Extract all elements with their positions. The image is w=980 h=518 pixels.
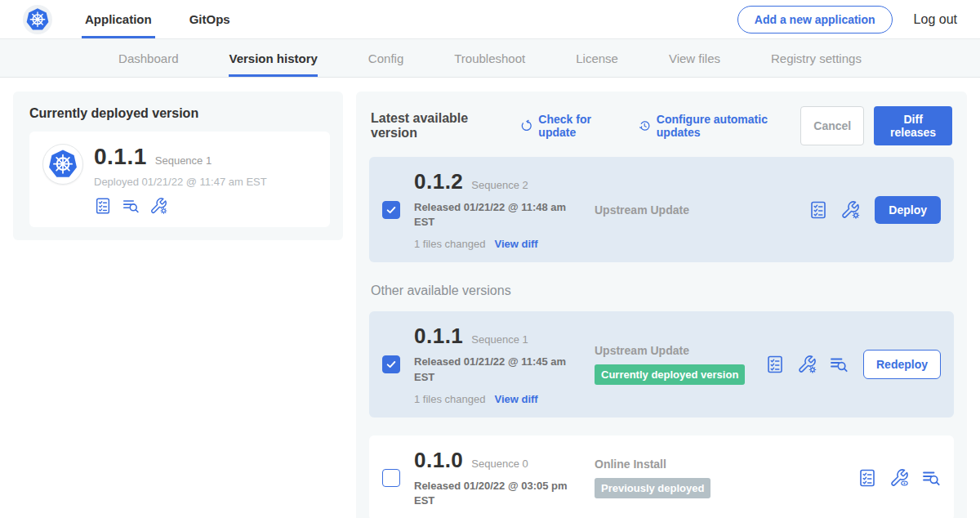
subnav-item-dashboard[interactable]: Dashboard [118,39,178,77]
version-row-0-1-0: 0.1.0 Sequence 0 Released 01/20/22 @ 03:… [369,435,954,518]
version-number: 0.1.1 [414,324,463,349]
subnav-item-registry-settings[interactable]: Registry settings [771,39,862,77]
other-versions-title: Other available versions [371,284,952,298]
version-row-0-1-1: 0.1.1 Sequence 1 Released 01/21/22 @ 11:… [369,311,954,417]
view-diff-link[interactable]: View diff [494,393,537,405]
currently-deployed-panel: Currently deployed version 0.1.1 Sequenc… [13,92,343,240]
currently-deployed-badge: Currently deployed version [595,364,745,385]
subnav-item-config[interactable]: Config [368,39,403,77]
tab-gitops-label: GitOps [189,12,230,26]
auto-update-clock-icon [638,118,651,133]
file-search-icon[interactable] [921,468,941,488]
subnav-item-troubleshoot[interactable]: Troubleshoot [454,39,525,77]
checkmark-icon [385,203,398,217]
checkmark-icon [385,358,398,371]
logout-link[interactable]: Log out [914,12,957,27]
version-source-label: Upstream Update [595,203,795,217]
config-edit-icon[interactable] [840,200,860,220]
config-edit-icon[interactable] [149,197,167,215]
release-notes-icon[interactable] [94,197,112,215]
version-checkbox[interactable] [382,355,400,373]
release-notes-icon[interactable] [858,468,877,488]
tab-application[interactable]: Application [82,0,155,38]
tab-gitops[interactable]: GitOps [186,0,234,38]
released-timestamp: Released 01/21/22 @ 11:45 am EST [414,355,581,384]
version-number: 0.1.0 [414,448,463,473]
subnav-item-license[interactable]: License [576,39,618,77]
config-view-icon[interactable] [889,468,909,488]
tab-application-label: Application [85,12,152,26]
previously-deployed-badge: Previously deployed [595,478,710,498]
version-number: 0.1.2 [414,169,463,194]
view-diff-link[interactable]: View diff [494,238,537,250]
deployed-version-card: 0.1.1 Sequence 1 Deployed 01/21/22 @ 11:… [29,132,330,227]
deployed-timestamp: Deployed 01/21/22 @ 11:47 am EST [94,176,267,188]
files-changed-label: 1 files changed [414,238,485,250]
deployed-version-number: 0.1.1 [94,144,147,170]
version-checkbox[interactable] [382,201,400,219]
deploy-button[interactable]: Deploy [875,196,941,224]
version-row-0-1-2: 0.1.2 Sequence 2 Released 01/21/22 @ 11:… [369,157,954,262]
redeploy-button[interactable]: Redeploy [863,350,941,379]
diff-releases-button[interactable]: Diff releases [874,106,952,145]
cancel-button[interactable]: Cancel [800,106,864,145]
refresh-icon [520,118,533,133]
file-search-icon[interactable] [122,197,140,215]
kubernetes-logo-icon [23,5,52,34]
version-source-label: Online Install [595,458,844,471]
add-application-button[interactable]: Add a new application [737,6,893,33]
sequence-label: Sequence 0 [471,458,528,470]
available-versions-panel: Latest available version Check for updat… [356,92,967,518]
configure-updates-label: Configure automatic updates [657,113,801,139]
sequence-label: Sequence 1 [471,333,528,346]
subnav-item-version-history[interactable]: Version history [229,39,317,77]
latest-available-title: Latest available version [371,111,506,141]
version-source-label: Upstream Update [595,344,751,357]
kubernetes-app-icon [42,144,83,185]
released-timestamp: Released 01/20/22 @ 03:05 pm EST [414,479,581,508]
file-search-icon[interactable] [829,355,849,374]
version-checkbox[interactable] [382,469,400,487]
app-subnav: Dashboard Version history Config Trouble… [0,39,980,78]
files-changed-label: 1 files changed [414,393,485,405]
subnav-item-view-files[interactable]: View files [669,39,720,77]
check-for-update-label: Check for update [538,113,623,139]
app-logo [23,0,52,38]
config-edit-icon[interactable] [797,355,817,374]
check-for-update-link[interactable]: Check for update [520,113,623,139]
top-header: Application GitOps Add a new application… [0,0,980,39]
deployed-sequence-label: Sequence 1 [155,154,212,167]
release-notes-icon[interactable] [765,355,785,374]
released-timestamp: Released 01/21/22 @ 11:48 am EST [414,200,581,230]
main-content: Currently deployed version 0.1.1 Sequenc… [0,78,980,518]
sequence-label: Sequence 2 [471,179,528,191]
release-notes-icon[interactable] [808,200,828,220]
configure-updates-link[interactable]: Configure automatic updates [638,113,800,139]
currently-deployed-title: Currently deployed version [29,106,330,121]
